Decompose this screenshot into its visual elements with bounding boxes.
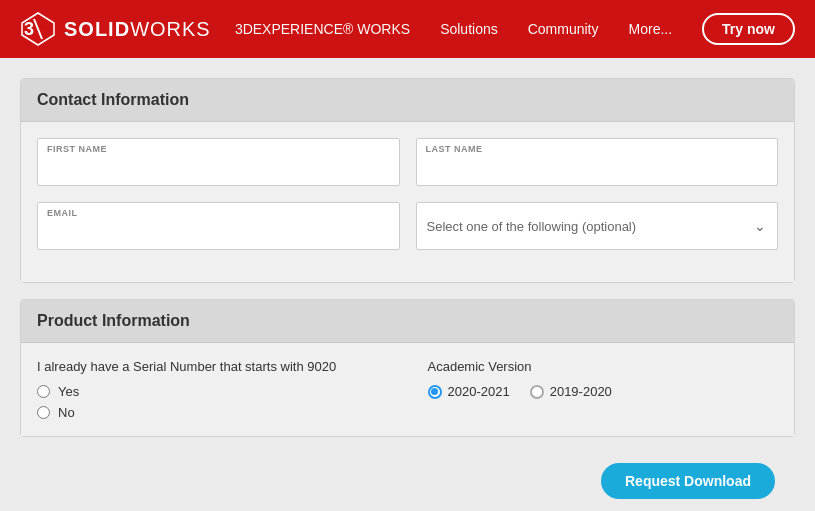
try-now-button[interactable]: Try now [702, 13, 795, 45]
no-label: No [58, 405, 75, 420]
svg-line-2 [34, 19, 42, 39]
first-name-field: FIRST NAME [37, 138, 400, 186]
yes-radio-item[interactable]: Yes [37, 384, 388, 399]
serial-number-col: I already have a Serial Number that star… [37, 359, 388, 420]
first-name-input[interactable] [37, 138, 400, 186]
no-radio[interactable] [37, 406, 50, 419]
academic-2019-2020-label: 2019-2020 [550, 384, 612, 399]
nav-solutions[interactable]: Solutions [440, 21, 498, 37]
no-radio-item[interactable]: No [37, 405, 388, 420]
solidworks-logo-icon: 3 [20, 11, 56, 47]
academic-col: Academic Version 2020-2021 2019-2020 [428, 359, 779, 399]
name-row: FIRST NAME LAST NAME [37, 138, 778, 186]
academic-2020-2021-option[interactable]: 2020-2021 [428, 384, 510, 399]
yes-no-radio-group: Yes No [37, 384, 388, 420]
header: 3 SOLIDWORKS 3DEXPERIENCE® WORKS Solutio… [0, 0, 815, 58]
product-row: I already have a Serial Number that star… [37, 359, 778, 420]
academic-options: 2020-2021 2019-2020 [428, 384, 779, 399]
academic-version-label: Academic Version [428, 359, 779, 374]
product-card-header: Product Information [21, 300, 794, 343]
last-name-field: LAST NAME [416, 138, 779, 186]
email-input[interactable] [37, 202, 400, 250]
product-section-title: Product Information [37, 312, 190, 329]
product-card-body: I already have a Serial Number that star… [21, 343, 794, 436]
logo: 3 SOLIDWORKS [20, 11, 211, 47]
academic-2020-2021-label: 2020-2021 [448, 384, 510, 399]
footer: Request Download [20, 453, 795, 509]
academic-2019-2020-option[interactable]: 2019-2020 [530, 384, 612, 399]
contact-section-title: Contact Information [37, 91, 189, 108]
logo-text: SOLIDWORKS [64, 18, 211, 41]
optional-select[interactable]: Select one of the following (optional) [416, 202, 779, 250]
radio-2019-2020-icon [530, 385, 544, 399]
contact-card-body: FIRST NAME LAST NAME EMAIL Select one of… [21, 122, 794, 282]
serial-question-label: I already have a Serial Number that star… [37, 359, 388, 374]
contact-information-card: Contact Information FIRST NAME LAST NAME… [20, 78, 795, 283]
main-nav: 3DEXPERIENCE® WORKS Solutions Community … [235, 13, 795, 45]
nav-3dexperience[interactable]: 3DEXPERIENCE® WORKS [235, 21, 410, 37]
email-row: EMAIL Select one of the following (optio… [37, 202, 778, 250]
radio-2020-2021-icon [428, 385, 442, 399]
yes-label: Yes [58, 384, 79, 399]
yes-radio[interactable] [37, 385, 50, 398]
nav-community[interactable]: Community [528, 21, 599, 37]
nav-more[interactable]: More... [629, 21, 673, 37]
last-name-input[interactable] [416, 138, 779, 186]
contact-card-header: Contact Information [21, 79, 794, 122]
main-content: Contact Information FIRST NAME LAST NAME… [0, 58, 815, 511]
request-download-button[interactable]: Request Download [601, 463, 775, 499]
email-field: EMAIL [37, 202, 400, 250]
product-information-card: Product Information I already have a Ser… [20, 299, 795, 437]
svg-text:3: 3 [24, 19, 34, 39]
select-wrapper: Select one of the following (optional) ⌄ [416, 202, 779, 250]
